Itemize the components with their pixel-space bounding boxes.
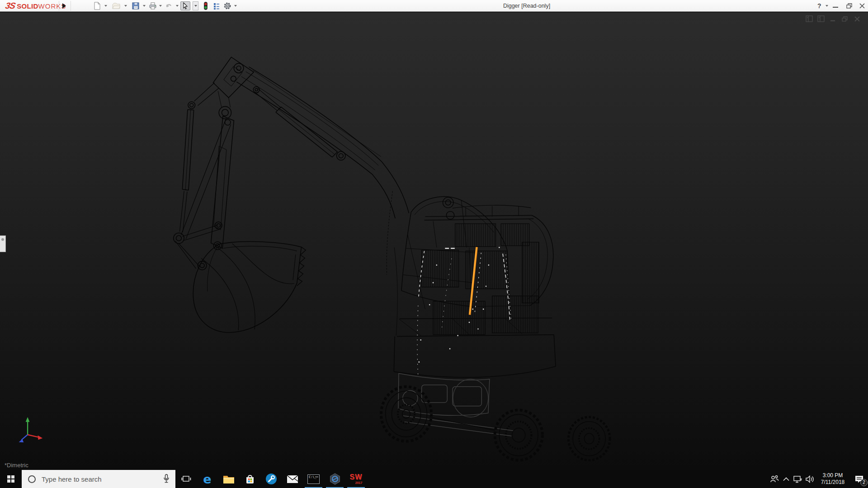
settings-dropdown-caret[interactable] <box>234 5 237 7</box>
orientation-triad <box>19 417 43 442</box>
network-button[interactable] <box>792 470 804 488</box>
close-button[interactable] <box>859 0 866 12</box>
gear-icon <box>223 2 231 10</box>
close-icon <box>859 2 866 9</box>
help-dropdown-caret[interactable] <box>826 5 828 7</box>
boom-wireframe <box>174 57 409 270</box>
settings-button[interactable] <box>222 1 232 10</box>
options-list-icon <box>212 2 221 10</box>
print-button[interactable] <box>148 1 158 10</box>
clock-time: 3:00 PM <box>818 472 847 479</box>
store-icon <box>245 474 255 484</box>
save-floppy-icon <box>132 2 140 10</box>
solidworks-logo: 3S SOLID WORKS <box>5 0 66 11</box>
volume-button[interactable] <box>804 470 816 488</box>
speaker-icon <box>806 475 814 483</box>
mail-envelope-icon <box>287 475 298 483</box>
solidworks-logo-works: WORKS <box>38 2 66 10</box>
undo-icon <box>165 2 173 10</box>
print-icon <box>149 2 157 10</box>
select-tool-button[interactable] <box>180 1 190 10</box>
divider <box>59 1 59 11</box>
cortana-icon <box>28 475 36 483</box>
menu-flyout-arrow-icon[interactable] <box>62 3 66 9</box>
taskbar-app-command-prompt[interactable]: C:\_ <box>303 470 324 488</box>
taskbar-app-hexagon[interactable] <box>324 470 345 488</box>
open-folder-icon <box>112 2 120 10</box>
body-wireframe <box>394 205 556 377</box>
task-view-icon <box>181 475 191 483</box>
task-view-button[interactable] <box>175 470 197 488</box>
solidworks-logo-solid: SOLID <box>17 2 38 10</box>
undo-button[interactable] <box>164 1 174 10</box>
action-center-button[interactable]: 2 <box>850 470 868 488</box>
notification-badge: 2 <box>860 479 868 486</box>
search-input[interactable]: Type here to search <box>22 470 175 488</box>
taskbar-app-file-explorer[interactable] <box>218 470 239 488</box>
solidworks-icon-text: SW <box>350 474 363 481</box>
network-ethernet-icon <box>793 475 802 483</box>
system-tray: 3:00 PM 7/11/2018 2 <box>769 470 868 488</box>
restore-button[interactable] <box>845 0 853 12</box>
file-explorer-icon <box>223 474 235 484</box>
view-orientation-label: *Dimetric <box>5 462 28 469</box>
taskbar: Type here to search e <box>0 470 868 488</box>
solidworks-2017-icon: SW 2017 <box>350 474 363 484</box>
hexagon-app-icon <box>329 473 341 485</box>
traffic-light-icon <box>202 2 210 10</box>
taskbar-app-edge[interactable]: e <box>197 470 218 488</box>
undo-dropdown-caret[interactable] <box>176 5 179 7</box>
solidworks-logo-mark: 3S <box>5 1 16 11</box>
taskbar-app-solidworks[interactable]: SW 2017 <box>345 470 367 488</box>
hidden-icons-button[interactable] <box>780 470 792 488</box>
print-dropdown-caret[interactable] <box>159 5 162 7</box>
select-dropdown-caret[interactable] <box>193 1 198 10</box>
taskbar-clock[interactable]: 3:00 PM 7/11/2018 <box>818 472 847 486</box>
display-states-button[interactable] <box>201 1 211 10</box>
people-icon <box>770 475 779 483</box>
minimize-button[interactable] <box>833 7 838 8</box>
open-button[interactable] <box>111 1 121 10</box>
command-prompt-icon: C:\_ <box>307 474 320 484</box>
save-button[interactable] <box>131 1 141 10</box>
microphone-icon[interactable] <box>163 474 170 483</box>
window-title: Digger [Read-only] <box>470 0 583 12</box>
taskbar-app-mail[interactable] <box>282 470 303 488</box>
new-document-button[interactable] <box>92 1 102 10</box>
options-list-button[interactable] <box>212 1 222 10</box>
select-cursor-icon <box>181 2 189 10</box>
restore-icon <box>845 2 853 9</box>
titlebar: 3S SOLID WORKS <box>0 0 868 12</box>
excavator-wireframe <box>0 12 868 470</box>
people-button[interactable] <box>769 470 780 488</box>
save-dropdown-caret[interactable] <box>143 5 146 7</box>
clock-date: 7/11/2018 <box>818 479 847 486</box>
taskbar-app-tool[interactable] <box>260 470 282 488</box>
windows-logo-icon <box>7 475 14 483</box>
new-document-icon <box>93 2 101 10</box>
graphics-viewport[interactable]: *Dimetric <box>0 12 868 470</box>
edge-icon: e <box>203 473 211 485</box>
open-dropdown-caret[interactable] <box>124 5 127 7</box>
start-button[interactable] <box>0 470 22 488</box>
help-button[interactable]: ? <box>817 0 821 12</box>
wrench-circle-icon <box>265 473 277 485</box>
search-placeholder: Type here to search <box>42 475 102 483</box>
divider <box>71 1 71 11</box>
taskbar-app-store[interactable] <box>239 470 260 488</box>
new-dropdown-caret[interactable] <box>104 5 107 7</box>
solidworks-icon-year: 2017 <box>355 481 363 484</box>
chevron-up-icon <box>783 477 789 481</box>
bucket-wireframe <box>193 242 306 333</box>
